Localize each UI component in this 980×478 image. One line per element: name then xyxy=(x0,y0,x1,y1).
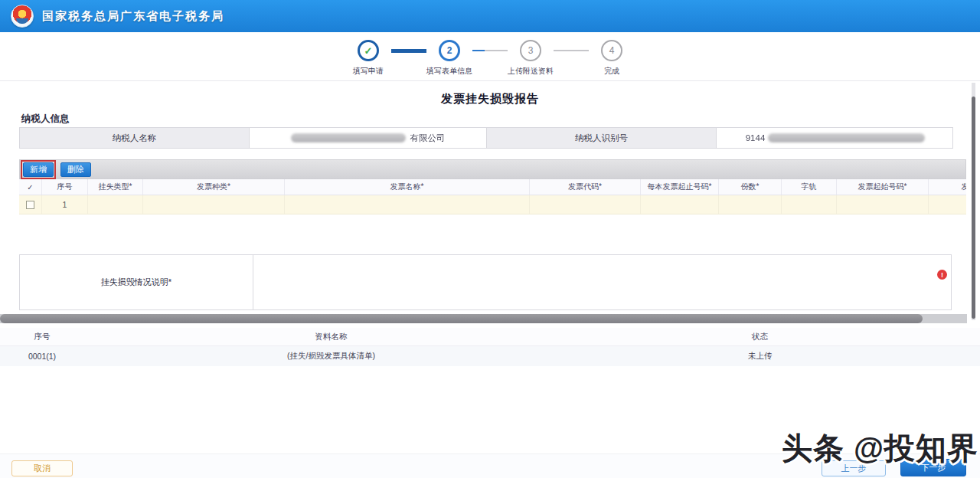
watermark-text: 头条 @投知界 xyxy=(782,427,978,470)
vertical-scrollbar-thumb[interactable] xyxy=(972,97,975,319)
table-row: 1 xyxy=(19,195,966,214)
row-checkbox-cell xyxy=(19,195,42,214)
col-seq: 序号 xyxy=(42,179,88,195)
step-3-label: 上传附送资料 xyxy=(508,66,554,77)
step-1-label: 填写申请 xyxy=(353,66,384,77)
table-toolbar: 新增 删除 xyxy=(19,159,966,179)
step-3-number: 3 xyxy=(520,40,541,61)
loss-statement-block: 挂失损毁情况说明* ! xyxy=(19,254,952,310)
required-alert-icon: ! xyxy=(937,270,947,280)
row-invoice-name-cell[interactable] xyxy=(285,195,530,214)
step-connector-todo xyxy=(554,50,589,51)
tax-emblem-icon xyxy=(11,5,34,28)
step-2-label: 填写表单信息 xyxy=(426,66,472,77)
col-loss-type: 挂失类型* xyxy=(88,179,143,195)
taxpayer-name-label: 纳税人名称 xyxy=(20,128,250,148)
taxpayer-name-value: 有限公司 xyxy=(250,128,487,148)
redacted-name-blur xyxy=(291,133,406,142)
check-icon: ✓ xyxy=(358,40,379,61)
row-char-track-cell[interactable] xyxy=(782,195,837,214)
row-start-number-cell[interactable] xyxy=(837,195,929,214)
taxpayer-id-value: 9144 xyxy=(717,128,954,148)
step-connector-done xyxy=(391,49,426,53)
row-seq-cell: 1 xyxy=(42,195,88,214)
att-row-seq: 0001(1) xyxy=(0,346,84,366)
horizontal-scrollbar-track xyxy=(0,314,967,323)
taxpayer-id-label: 纳税人识别号 xyxy=(487,128,717,148)
row-checkbox[interactable] xyxy=(26,201,34,209)
wizard-stepper: ✓ 填写申请 2 填写表单信息 3 上传附送资料 4 完成 xyxy=(345,40,635,77)
col-char-track: 字轨 xyxy=(782,179,837,195)
app-window: 国家税务总局广东省电子税务局 ✓ 填写申请 2 填写表单信息 3 上传附送资料 … xyxy=(0,0,980,478)
cancel-button[interactable]: 取消 xyxy=(11,460,73,476)
header-divider xyxy=(0,80,980,81)
col-start-number: 发票起始号码* xyxy=(837,179,929,195)
col-invoice-name: 发票名称* xyxy=(285,179,530,195)
invoice-table-header: ✓ 序号 挂失类型* 发票种类* 发票名称* 发票代码* 每本发票起止号码* 份… xyxy=(19,179,966,195)
taxpayer-info-table: 纳税人名称 有限公司 纳税人识别号 9144 xyxy=(19,127,953,149)
att-row-name: (挂失/损毁发票具体清单) xyxy=(84,346,578,366)
invoice-table: ✓ 序号 挂失类型* 发票种类* 发票名称* 发票代码* 每本发票起止号码* 份… xyxy=(19,179,966,214)
step-4: 4 完成 xyxy=(589,40,635,77)
app-header: 国家税务总局广东省电子税务局 xyxy=(0,0,980,32)
taxpayer-id-visible-text: 9144 xyxy=(746,133,766,142)
col-invoice-category: 发票种类* xyxy=(143,179,285,195)
step-connector-active xyxy=(472,50,508,51)
att-row-status: 未上传 xyxy=(578,346,942,366)
col-copies: 份数* xyxy=(719,179,782,195)
attachment-row: 0001(1) (挂失/损毁发票具体清单) 未上传 xyxy=(0,346,980,366)
step-2: 2 填写表单信息 xyxy=(426,40,472,77)
att-col-seq: 序号 xyxy=(0,328,84,345)
col-invoice-code: 发票代码* xyxy=(530,179,641,195)
taxpayer-section-title: 纳税人信息 xyxy=(21,113,70,126)
attachment-table-header: 序号 资料名称 状态 xyxy=(0,328,980,346)
page-title: 发票挂失损毁报告 xyxy=(0,92,980,106)
att-col-name: 资料名称 xyxy=(84,328,578,345)
row-copies-cell[interactable] xyxy=(719,195,782,214)
add-row-button[interactable]: 新增 xyxy=(23,162,54,177)
row-range-cell[interactable] xyxy=(641,195,719,214)
step-3: 3 上传附送资料 xyxy=(508,40,554,77)
step-1: ✓ 填写申请 xyxy=(345,40,391,77)
loss-statement-label: 挂失损毁情况说明* xyxy=(20,255,253,309)
step-2-number: 2 xyxy=(439,40,460,61)
site-title: 国家税务总局广东省电子税务局 xyxy=(42,9,224,24)
row-invoice-code-cell[interactable] xyxy=(530,195,641,214)
col-end-number: 发票终止号码* xyxy=(929,179,966,195)
att-col-status: 状态 xyxy=(578,328,942,345)
attachment-table: 序号 资料名称 状态 0001(1) (挂失/损毁发票具体清单) 未上传 xyxy=(0,328,980,366)
tutorial-highlight-box: 新增 xyxy=(21,160,56,179)
row-loss-type-cell[interactable] xyxy=(88,195,143,214)
step-4-number: 4 xyxy=(601,40,622,61)
redacted-id-blur xyxy=(768,133,925,142)
taxpayer-name-visible-text: 有限公司 xyxy=(410,133,446,144)
select-all-check-icon[interactable]: ✓ xyxy=(19,179,42,195)
delete-row-button[interactable]: 删除 xyxy=(60,162,91,177)
horizontal-scrollbar-thumb[interactable] xyxy=(0,314,923,323)
row-end-number-cell[interactable] xyxy=(929,195,966,214)
row-invoice-category-cell[interactable] xyxy=(143,195,285,214)
step-4-label: 完成 xyxy=(604,66,619,77)
loss-statement-textarea[interactable]: ! xyxy=(253,255,951,309)
col-range-per-book: 每本发票起止号码* xyxy=(641,179,719,195)
